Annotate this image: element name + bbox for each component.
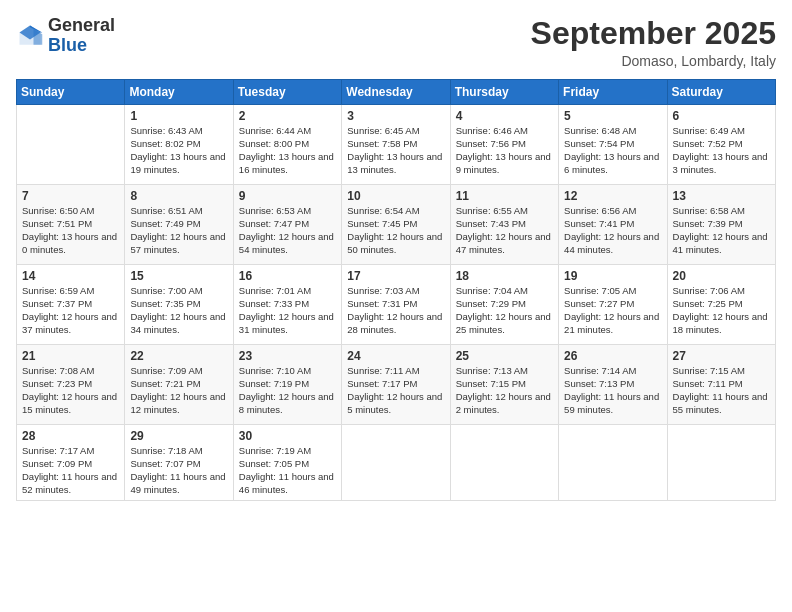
logo-text: General Blue [48, 16, 115, 56]
col-wednesday: Wednesday [342, 80, 450, 105]
day-info: Sunrise: 6:55 AM Sunset: 7:43 PM Dayligh… [456, 205, 553, 256]
calendar-table: Sunday Monday Tuesday Wednesday Thursday… [16, 79, 776, 501]
table-row: 25Sunrise: 7:13 AM Sunset: 7:15 PM Dayli… [450, 345, 558, 425]
table-row [450, 425, 558, 501]
day-number: 25 [456, 349, 553, 363]
day-number: 6 [673, 109, 770, 123]
header: General Blue September 2025 Domaso, Lomb… [16, 16, 776, 69]
day-number: 5 [564, 109, 661, 123]
col-monday: Monday [125, 80, 233, 105]
table-row [342, 425, 450, 501]
table-row: 9Sunrise: 6:53 AM Sunset: 7:47 PM Daylig… [233, 185, 341, 265]
day-info: Sunrise: 7:14 AM Sunset: 7:13 PM Dayligh… [564, 365, 661, 416]
table-row: 10Sunrise: 6:54 AM Sunset: 7:45 PM Dayli… [342, 185, 450, 265]
day-info: Sunrise: 7:17 AM Sunset: 7:09 PM Dayligh… [22, 445, 119, 496]
table-row: 19Sunrise: 7:05 AM Sunset: 7:27 PM Dayli… [559, 265, 667, 345]
day-info: Sunrise: 6:43 AM Sunset: 8:02 PM Dayligh… [130, 125, 227, 176]
day-number: 20 [673, 269, 770, 283]
day-info: Sunrise: 6:56 AM Sunset: 7:41 PM Dayligh… [564, 205, 661, 256]
day-number: 4 [456, 109, 553, 123]
day-info: Sunrise: 7:06 AM Sunset: 7:25 PM Dayligh… [673, 285, 770, 336]
day-number: 1 [130, 109, 227, 123]
day-number: 13 [673, 189, 770, 203]
day-number: 8 [130, 189, 227, 203]
day-info: Sunrise: 7:00 AM Sunset: 7:35 PM Dayligh… [130, 285, 227, 336]
table-row: 16Sunrise: 7:01 AM Sunset: 7:33 PM Dayli… [233, 265, 341, 345]
day-info: Sunrise: 7:18 AM Sunset: 7:07 PM Dayligh… [130, 445, 227, 496]
day-info: Sunrise: 6:45 AM Sunset: 7:58 PM Dayligh… [347, 125, 444, 176]
location: Domaso, Lombardy, Italy [531, 53, 776, 69]
day-info: Sunrise: 7:08 AM Sunset: 7:23 PM Dayligh… [22, 365, 119, 416]
table-row: 8Sunrise: 6:51 AM Sunset: 7:49 PM Daylig… [125, 185, 233, 265]
col-saturday: Saturday [667, 80, 775, 105]
day-number: 3 [347, 109, 444, 123]
month-title: September 2025 [531, 16, 776, 51]
table-row: 30Sunrise: 7:19 AM Sunset: 7:05 PM Dayli… [233, 425, 341, 501]
day-number: 28 [22, 429, 119, 443]
table-row: 28Sunrise: 7:17 AM Sunset: 7:09 PM Dayli… [17, 425, 125, 501]
day-info: Sunrise: 7:09 AM Sunset: 7:21 PM Dayligh… [130, 365, 227, 416]
table-row: 12Sunrise: 6:56 AM Sunset: 7:41 PM Dayli… [559, 185, 667, 265]
table-row: 20Sunrise: 7:06 AM Sunset: 7:25 PM Dayli… [667, 265, 775, 345]
table-row: 21Sunrise: 7:08 AM Sunset: 7:23 PM Dayli… [17, 345, 125, 425]
day-info: Sunrise: 7:04 AM Sunset: 7:29 PM Dayligh… [456, 285, 553, 336]
day-number: 29 [130, 429, 227, 443]
day-info: Sunrise: 7:11 AM Sunset: 7:17 PM Dayligh… [347, 365, 444, 416]
calendar-header-row: Sunday Monday Tuesday Wednesday Thursday… [17, 80, 776, 105]
col-tuesday: Tuesday [233, 80, 341, 105]
table-row: 6Sunrise: 6:49 AM Sunset: 7:52 PM Daylig… [667, 105, 775, 185]
day-info: Sunrise: 6:51 AM Sunset: 7:49 PM Dayligh… [130, 205, 227, 256]
table-row: 7Sunrise: 6:50 AM Sunset: 7:51 PM Daylig… [17, 185, 125, 265]
day-number: 24 [347, 349, 444, 363]
day-info: Sunrise: 6:50 AM Sunset: 7:51 PM Dayligh… [22, 205, 119, 256]
col-sunday: Sunday [17, 80, 125, 105]
day-number: 15 [130, 269, 227, 283]
day-number: 14 [22, 269, 119, 283]
day-number: 16 [239, 269, 336, 283]
table-row [667, 425, 775, 501]
day-info: Sunrise: 6:44 AM Sunset: 8:00 PM Dayligh… [239, 125, 336, 176]
title-block: September 2025 Domaso, Lombardy, Italy [531, 16, 776, 69]
table-row: 13Sunrise: 6:58 AM Sunset: 7:39 PM Dayli… [667, 185, 775, 265]
day-info: Sunrise: 6:54 AM Sunset: 7:45 PM Dayligh… [347, 205, 444, 256]
table-row: 11Sunrise: 6:55 AM Sunset: 7:43 PM Dayli… [450, 185, 558, 265]
day-info: Sunrise: 6:48 AM Sunset: 7:54 PM Dayligh… [564, 125, 661, 176]
day-number: 2 [239, 109, 336, 123]
day-info: Sunrise: 6:46 AM Sunset: 7:56 PM Dayligh… [456, 125, 553, 176]
logo-icon [16, 22, 44, 50]
day-info: Sunrise: 6:53 AM Sunset: 7:47 PM Dayligh… [239, 205, 336, 256]
table-row: 15Sunrise: 7:00 AM Sunset: 7:35 PM Dayli… [125, 265, 233, 345]
day-number: 18 [456, 269, 553, 283]
table-row: 4Sunrise: 6:46 AM Sunset: 7:56 PM Daylig… [450, 105, 558, 185]
day-info: Sunrise: 6:59 AM Sunset: 7:37 PM Dayligh… [22, 285, 119, 336]
page: General Blue September 2025 Domaso, Lomb… [0, 0, 792, 612]
day-number: 9 [239, 189, 336, 203]
day-number: 19 [564, 269, 661, 283]
table-row: 23Sunrise: 7:10 AM Sunset: 7:19 PM Dayli… [233, 345, 341, 425]
day-number: 17 [347, 269, 444, 283]
table-row: 2Sunrise: 6:44 AM Sunset: 8:00 PM Daylig… [233, 105, 341, 185]
day-number: 7 [22, 189, 119, 203]
day-number: 11 [456, 189, 553, 203]
table-row [559, 425, 667, 501]
table-row: 29Sunrise: 7:18 AM Sunset: 7:07 PM Dayli… [125, 425, 233, 501]
table-row: 3Sunrise: 6:45 AM Sunset: 7:58 PM Daylig… [342, 105, 450, 185]
day-number: 26 [564, 349, 661, 363]
col-thursday: Thursday [450, 80, 558, 105]
logo: General Blue [16, 16, 115, 56]
day-info: Sunrise: 7:01 AM Sunset: 7:33 PM Dayligh… [239, 285, 336, 336]
table-row: 14Sunrise: 6:59 AM Sunset: 7:37 PM Dayli… [17, 265, 125, 345]
day-info: Sunrise: 7:10 AM Sunset: 7:19 PM Dayligh… [239, 365, 336, 416]
table-row [17, 105, 125, 185]
table-row: 18Sunrise: 7:04 AM Sunset: 7:29 PM Dayli… [450, 265, 558, 345]
table-row: 1Sunrise: 6:43 AM Sunset: 8:02 PM Daylig… [125, 105, 233, 185]
day-info: Sunrise: 6:49 AM Sunset: 7:52 PM Dayligh… [673, 125, 770, 176]
day-info: Sunrise: 7:05 AM Sunset: 7:27 PM Dayligh… [564, 285, 661, 336]
day-number: 23 [239, 349, 336, 363]
table-row: 24Sunrise: 7:11 AM Sunset: 7:17 PM Dayli… [342, 345, 450, 425]
col-friday: Friday [559, 80, 667, 105]
day-number: 12 [564, 189, 661, 203]
table-row: 26Sunrise: 7:14 AM Sunset: 7:13 PM Dayli… [559, 345, 667, 425]
table-row: 22Sunrise: 7:09 AM Sunset: 7:21 PM Dayli… [125, 345, 233, 425]
table-row: 5Sunrise: 6:48 AM Sunset: 7:54 PM Daylig… [559, 105, 667, 185]
